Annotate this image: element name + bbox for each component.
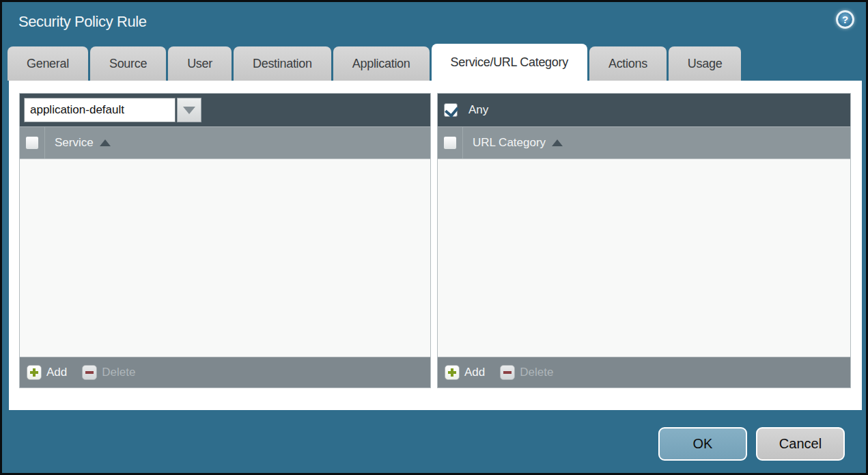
service-footer: Add Delete <box>20 357 430 388</box>
ok-button[interactable]: OK <box>658 427 747 461</box>
url-category-delete-button[interactable]: Delete <box>500 365 553 380</box>
add-button-label: Add <box>46 366 67 379</box>
add-button-label: Add <box>464 366 485 379</box>
sort-ascending-icon <box>552 139 563 146</box>
service-add-button[interactable]: Add <box>27 365 67 380</box>
service-list <box>20 159 430 357</box>
security-policy-rule-dialog: Security Policy Rule ? General Source Us… <box>0 0 868 475</box>
service-toolbar <box>20 94 430 126</box>
service-type-dropdown-button[interactable] <box>177 98 201 122</box>
any-checkbox[interactable] <box>444 103 458 117</box>
url-category-select-all-cell <box>438 127 463 159</box>
url-category-add-button[interactable]: Add <box>445 365 485 380</box>
service-select-all-checkbox[interactable] <box>25 136 39 150</box>
chevron-down-icon <box>183 107 195 114</box>
tab-application[interactable]: Application <box>333 46 430 81</box>
service-table-header: Service <box>20 126 430 159</box>
url-category-column-label: URL Category <box>473 136 546 150</box>
service-type-dropdown <box>24 98 201 122</box>
title-bar: Security Policy Rule ? <box>2 2 866 42</box>
delete-button-label: Delete <box>520 366 553 379</box>
tab-service-url-category[interactable]: Service/URL Category <box>432 44 587 81</box>
url-category-footer: Add Delete <box>438 357 850 388</box>
dialog-footer: OK Cancel <box>658 427 845 461</box>
tab-general[interactable]: General <box>8 46 88 81</box>
minus-icon <box>82 365 97 380</box>
url-category-toolbar: Any <box>438 94 850 126</box>
tab-usage[interactable]: Usage <box>669 46 742 81</box>
help-icon[interactable]: ? <box>836 10 854 29</box>
plus-icon <box>27 365 42 380</box>
minus-icon <box>500 365 515 380</box>
sort-ascending-icon <box>100 139 111 146</box>
tab-bar: General Source User Destination Applicat… <box>8 44 866 81</box>
url-category-column-header[interactable]: URL Category <box>473 136 563 150</box>
plus-icon <box>445 365 460 380</box>
url-category-select-all-checkbox[interactable] <box>443 136 457 150</box>
service-column-label: Service <box>55 136 94 150</box>
tab-source[interactable]: Source <box>90 46 166 81</box>
url-category-list <box>438 159 850 357</box>
url-category-panel: Any URL Category Add Delete <box>437 93 851 388</box>
url-category-table-header: URL Category <box>438 126 850 159</box>
service-delete-button[interactable]: Delete <box>82 365 135 380</box>
cancel-button[interactable]: Cancel <box>756 427 845 461</box>
dialog-title: Security Policy Rule <box>18 13 147 31</box>
tab-destination[interactable]: Destination <box>234 46 331 81</box>
tab-content: Service Add Delete Any <box>9 81 862 410</box>
any-checkbox-label: Any <box>468 103 488 117</box>
tab-actions[interactable]: Actions <box>589 46 667 81</box>
delete-button-label: Delete <box>102 366 135 379</box>
service-type-input[interactable] <box>24 98 176 122</box>
service-panel: Service Add Delete <box>19 93 431 388</box>
tab-user[interactable]: User <box>168 46 232 81</box>
service-column-header[interactable]: Service <box>55 136 111 150</box>
service-select-all-cell <box>20 127 45 159</box>
